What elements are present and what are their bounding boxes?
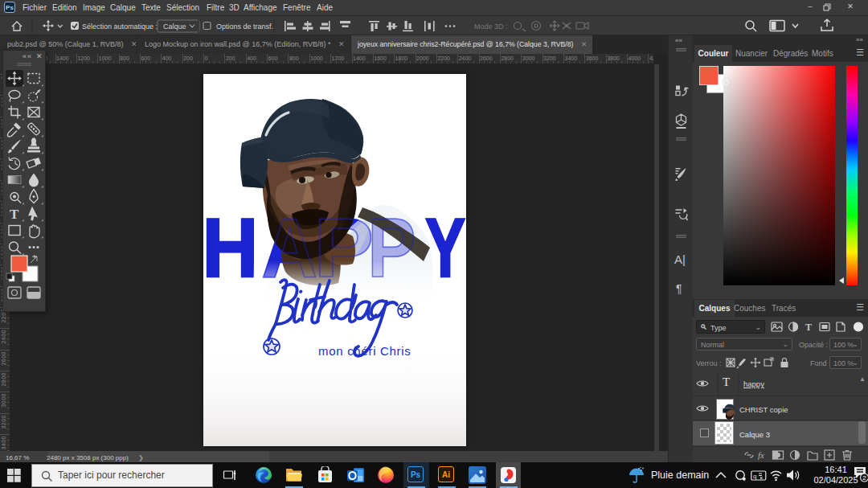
svg-text:T: T [10, 207, 19, 222]
svg-text:¶: ¶ [676, 282, 682, 295]
svg-text:q: q [753, 473, 756, 480]
svg-text:«: « [23, 52, 27, 60]
svg-text:2: 2 [862, 474, 866, 482]
svg-text:Sélection automatique :: Sélection automatique : [82, 23, 158, 31]
svg-text:✕: ✕ [36, 52, 43, 60]
svg-text:Calque: Calque [163, 23, 186, 31]
svg-text:T: T [805, 322, 812, 333]
svg-text:«: « [27, 52, 31, 60]
svg-text:A|: A| [674, 252, 686, 266]
svg-text:««: «« [675, 37, 682, 44]
svg-text:P: P [367, 202, 416, 293]
svg-text:mon chéri Chris: mon chéri Chris [318, 344, 411, 358]
svg-text:P: P [313, 201, 374, 294]
svg-text:fx: fx [758, 450, 764, 460]
svg-text:Y: Y [425, 201, 465, 293]
svg-text:Options de transf.: Options de transf. [216, 23, 273, 31]
svg-text:A: A [262, 202, 317, 294]
svg-text:H: H [203, 202, 258, 293]
svg-text:Mode 3D :: Mode 3D : [474, 23, 508, 31]
